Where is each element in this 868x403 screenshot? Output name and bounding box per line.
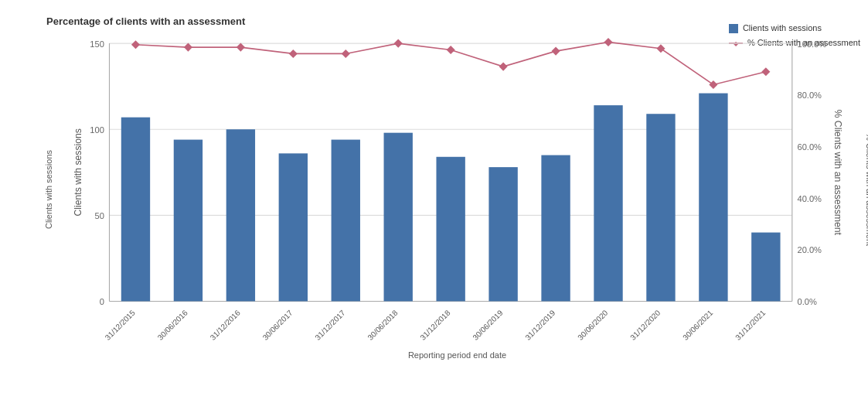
chart-container: Percentage of clients with an assessment…	[0, 0, 868, 403]
svg-marker-53	[656, 44, 665, 53]
svg-marker-48	[394, 39, 403, 48]
svg-marker-49	[447, 46, 455, 54]
svg-text:31/12/2017: 31/12/2017	[314, 308, 347, 341]
svg-marker-43	[131, 40, 140, 49]
svg-text:0.0%: 0.0%	[798, 297, 817, 306]
svg-text:31/12/2019: 31/12/2019	[523, 308, 557, 341]
svg-rect-27	[384, 133, 413, 302]
svg-marker-55	[761, 67, 770, 76]
svg-text:30/06/2020: 30/06/2020	[576, 308, 609, 341]
legend-bar-box	[729, 24, 738, 33]
svg-text:31/12/2018: 31/12/2018	[418, 308, 451, 341]
svg-text:31/12/2021: 31/12/2021	[734, 308, 767, 341]
svg-rect-17	[121, 118, 150, 302]
svg-marker-54	[709, 80, 717, 89]
svg-text:40.0%: 40.0%	[798, 194, 822, 203]
svg-marker-47	[342, 50, 350, 58]
legend-bar-label: Clients with sessions	[743, 23, 822, 32]
svg-text:30/06/2016: 30/06/2016	[156, 308, 189, 341]
svg-rect-29	[436, 157, 465, 302]
svg-rect-21	[226, 129, 255, 301]
svg-marker-52	[604, 38, 612, 46]
svg-rect-19	[174, 140, 203, 302]
svg-text:31/12/2020: 31/12/2020	[628, 308, 662, 341]
y-axis-right-label: % Clients with an assessment	[865, 133, 868, 246]
svg-text:60.0%: 60.0%	[798, 142, 822, 152]
svg-text:80.0%: 80.0%	[798, 91, 822, 100]
svg-rect-25	[332, 140, 360, 302]
svg-text:30/06/2017: 30/06/2017	[261, 308, 294, 341]
svg-rect-39	[699, 94, 727, 302]
svg-text:100: 100	[90, 125, 104, 135]
svg-rect-37	[646, 114, 675, 301]
svg-marker-44	[184, 43, 192, 52]
x-axis-label: Reporting period end date	[54, 350, 860, 360]
legend-bar-item: Clients with sessions	[729, 23, 860, 33]
svg-text:150: 150	[90, 39, 104, 49]
svg-text:31/12/2015: 31/12/2015	[104, 308, 137, 341]
svg-rect-35	[594, 105, 622, 301]
chart-area: Clients with sessions % Clients with an …	[54, 35, 860, 344]
svg-rect-33	[541, 155, 570, 302]
svg-marker-45	[237, 43, 245, 52]
svg-marker-46	[289, 50, 298, 58]
y-axis-left-label: Clients with sessions	[44, 150, 53, 229]
svg-text:30/06/2019: 30/06/2019	[471, 308, 504, 341]
chart-svg: 0501001500.0%20.0%40.0%60.0%80.0%100.0%3…	[54, 35, 860, 344]
svg-text:20.0%: 20.0%	[798, 245, 822, 254]
svg-text:100.0%: 100.0%	[798, 39, 827, 49]
svg-text:% Clients with an assessment: % Clients with an assessment	[832, 110, 843, 236]
svg-text:50: 50	[94, 211, 104, 220]
svg-marker-50	[499, 63, 508, 71]
svg-rect-41	[751, 233, 780, 302]
svg-text:0: 0	[100, 297, 104, 306]
svg-marker-51	[552, 47, 560, 56]
svg-text:31/12/2016: 31/12/2016	[209, 308, 242, 341]
svg-text:30/06/2021: 30/06/2021	[681, 308, 714, 341]
svg-rect-23	[279, 153, 308, 301]
svg-text:30/06/2018: 30/06/2018	[366, 308, 399, 341]
svg-rect-31	[488, 167, 517, 301]
svg-text:Clients with sessions: Clients with sessions	[73, 128, 83, 216]
